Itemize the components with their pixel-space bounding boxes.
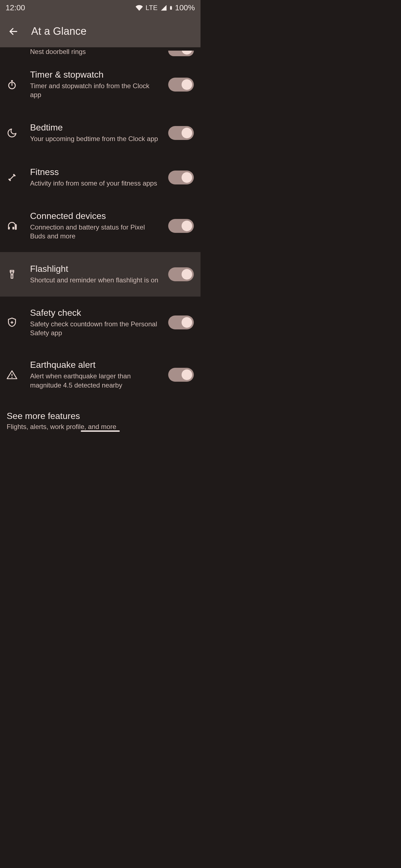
toggle-earthquake-alert[interactable]	[168, 368, 194, 382]
shield-plus-icon	[7, 317, 30, 328]
see-more-features[interactable]: See more features Flights, alerts, work …	[0, 401, 200, 434]
status-time: 12:00	[6, 3, 136, 12]
toggle-fitness[interactable]	[168, 170, 194, 184]
setting-row-timer-stopwatch[interactable]: Timer & stopwatchTimer and stopwatch inf…	[0, 58, 200, 111]
status-bar: 12:00 LTE 100%	[0, 0, 200, 15]
setting-subtitle: Your upcoming bedtime from the Clock app	[30, 134, 162, 143]
headphones-battery-icon	[7, 221, 30, 231]
setting-title: Safety check	[30, 308, 162, 318]
app-bar: At a Glance	[0, 15, 200, 47]
battery-icon	[169, 4, 173, 12]
toggle-flashlight[interactable]	[168, 267, 194, 281]
stopwatch-icon	[7, 79, 30, 90]
settings-list[interactable]: Nest doorbell rings Timer & stopwatchTim…	[0, 47, 200, 434]
wifi-icon	[136, 4, 143, 11]
page-title: At a Glance	[31, 25, 87, 37]
toggle-safety-check[interactable]	[168, 315, 194, 330]
setting-title: Fitness	[30, 167, 162, 177]
setting-subtitle: Shortcut and reminder when flashlight is…	[30, 276, 162, 285]
setting-subtitle: Activity info from some of your fitness …	[30, 179, 162, 188]
see-more-subtitle: Flights, alerts, work profile, and more	[7, 423, 194, 431]
setting-text: Connected devicesConnection and battery …	[30, 211, 166, 241]
setting-title: Bedtime	[30, 122, 162, 133]
toggle-doorbell[interactable]	[168, 51, 194, 56]
setting-text: FlashlightShortcut and reminder when fla…	[30, 264, 166, 285]
back-button[interactable]	[6, 24, 21, 39]
setting-row-fitness[interactable]: FitnessActivity info from some of your f…	[0, 155, 200, 200]
setting-row-doorbell-partial[interactable]: Nest doorbell rings	[0, 47, 200, 58]
setting-title: Earthquake alert	[30, 360, 162, 370]
setting-row-safety-check[interactable]: Safety checkSafety check countdown from …	[0, 297, 200, 349]
setting-text: FitnessActivity info from some of your f…	[30, 167, 166, 188]
gesture-nav-handle[interactable]	[81, 430, 120, 432]
setting-row-earthquake-alert[interactable]: Earthquake alertAlert when earthquake la…	[0, 349, 200, 401]
setting-subtitle: Connection and battery status for Pixel …	[30, 223, 162, 241]
setting-text: Timer & stopwatchTimer and stopwatch inf…	[30, 69, 166, 100]
setting-text: Earthquake alertAlert when earthquake la…	[30, 360, 166, 390]
battery-pct: 100%	[175, 3, 195, 12]
setting-subtitle: Nest doorbell rings	[30, 47, 166, 56]
network-label: LTE	[146, 4, 158, 12]
setting-title: Flashlight	[30, 264, 162, 274]
setting-title: Connected devices	[30, 211, 162, 221]
setting-subtitle: Timer and stopwatch info from the Clock …	[30, 82, 162, 100]
setting-row-connected-devices[interactable]: Connected devicesConnection and battery …	[0, 200, 200, 252]
flashlight-icon	[7, 269, 30, 280]
warning-triangle-icon	[7, 369, 30, 380]
setting-title: Timer & stopwatch	[30, 69, 162, 80]
dumbbell-icon	[7, 172, 30, 183]
status-right: LTE 100%	[136, 3, 195, 12]
setting-text: BedtimeYour upcoming bedtime from the Cl…	[30, 122, 166, 143]
setting-row-flashlight[interactable]: FlashlightShortcut and reminder when fla…	[0, 252, 200, 297]
moon-icon	[7, 128, 30, 138]
see-more-title: See more features	[7, 411, 194, 421]
setting-subtitle: Alert when earthquake larger than magnit…	[30, 372, 162, 390]
toggle-connected-devices[interactable]	[168, 219, 194, 233]
setting-subtitle: Safety check countdown from the Personal…	[30, 320, 162, 338]
toggle-timer-stopwatch[interactable]	[168, 78, 194, 92]
signal-icon	[161, 4, 167, 11]
toggle-bedtime[interactable]	[168, 126, 194, 140]
setting-row-bedtime[interactable]: BedtimeYour upcoming bedtime from the Cl…	[0, 111, 200, 155]
setting-text: Safety checkSafety check countdown from …	[30, 308, 166, 338]
